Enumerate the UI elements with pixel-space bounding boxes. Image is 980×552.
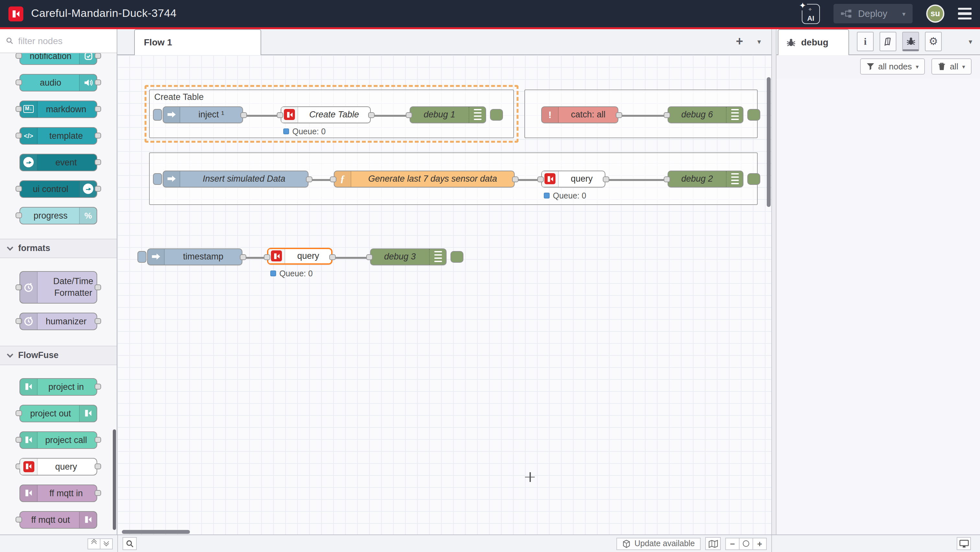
palette-node-template[interactable]: </> template: [19, 127, 97, 144]
inject-button[interactable]: [137, 251, 146, 262]
debug-toggle-button[interactable]: [490, 108, 503, 120]
user-avatar[interactable]: su: [926, 5, 944, 23]
deploy-caret-icon[interactable]: ▾: [902, 10, 905, 17]
input-port[interactable]: [664, 112, 670, 118]
palette-section-flowfuse[interactable]: FlowFuse: [0, 345, 117, 365]
wire[interactable]: [246, 115, 278, 117]
flowfuse-icon: [20, 378, 38, 395]
node-debug-2[interactable]: debug 2: [668, 170, 743, 187]
wire[interactable]: [310, 179, 331, 181]
output-port[interactable]: [512, 176, 519, 182]
node-query-selected[interactable]: query: [267, 247, 332, 264]
wire[interactable]: [245, 257, 264, 259]
debug-toggle-button[interactable]: [747, 173, 760, 185]
tab-flow-1[interactable]: Flow 1: [134, 29, 261, 55]
palette-search-placeholder: filter nodes: [18, 35, 62, 46]
palette-node-humanizer[interactable]: humanizer: [19, 312, 97, 330]
node-generate-sensor-data[interactable]: ƒ Generate last 7 days sensor data: [334, 170, 515, 187]
palette-node-project-call[interactable]: project call: [19, 431, 97, 448]
output-port[interactable]: [240, 112, 247, 118]
palette-node-event[interactable]: event: [19, 153, 97, 171]
node-debug-1[interactable]: debug 1: [410, 106, 486, 123]
palette-node-audio[interactable]: audio: [19, 73, 97, 91]
palette-collapse-all-button[interactable]: [88, 538, 100, 549]
output-port[interactable]: [603, 176, 609, 182]
output-port[interactable]: [368, 112, 375, 118]
palette-section-formats[interactable]: formats: [0, 238, 117, 258]
update-available-button[interactable]: Update available: [616, 538, 701, 550]
input-port[interactable]: [537, 176, 544, 182]
output-port[interactable]: [616, 112, 622, 118]
deploy-button[interactable]: Deploy ▾: [834, 4, 913, 23]
output-port[interactable]: [329, 254, 336, 260]
config-tab-button[interactable]: ⚙: [925, 32, 942, 51]
add-flow-button[interactable]: +: [733, 34, 746, 49]
input-port[interactable]: [366, 254, 373, 260]
node-catch-all[interactable]: ! catch: all: [541, 106, 618, 123]
palette-search[interactable]: filter nodes: [0, 29, 117, 53]
input-port[interactable]: [277, 112, 283, 118]
canvas-vertical-scrollbar[interactable]: [767, 77, 771, 207]
sidebar-splitter[interactable]: [771, 29, 776, 534]
book-icon: [883, 36, 893, 47]
node-query-middle[interactable]: query: [541, 170, 605, 187]
zoom-reset-button[interactable]: [739, 538, 753, 550]
info-tab-button[interactable]: i: [857, 32, 874, 51]
help-tab-button[interactable]: [880, 32, 896, 51]
input-port[interactable]: [664, 176, 670, 182]
output-port[interactable]: [240, 254, 246, 260]
node-create-table-query[interactable]: Create Table: [281, 106, 371, 123]
flowfuse-editor: Careful-Mandarin-Duck-3744 ✦ ✧ AI Deploy…: [0, 0, 980, 552]
palette-expand-all-button[interactable]: [100, 538, 113, 549]
palette-node-progress[interactable]: progress %: [19, 207, 97, 224]
inject-button[interactable]: [153, 173, 162, 185]
node-inject-1[interactable]: inject ¹: [163, 106, 243, 123]
debug-clear-button[interactable]: all ▾: [932, 58, 972, 75]
input-port[interactable]: [264, 254, 270, 260]
tab-debug[interactable]: debug: [778, 29, 849, 55]
minimap-button[interactable]: [705, 537, 721, 550]
node-debug-6[interactable]: debug 6: [668, 106, 743, 123]
open-dashboard-button[interactable]: [957, 537, 971, 550]
ai-assistant-icon[interactable]: ✦ ✧ AI: [802, 3, 820, 24]
canvas-horizontal-scrollbar[interactable]: [122, 530, 190, 534]
flow-canvas[interactable]: Create Table inject ¹: [117, 55, 771, 534]
palette-node-notification[interactable]: notification: [19, 53, 97, 65]
flowfuse-red-icon: [542, 171, 559, 187]
palette-scrollbar[interactable]: [113, 429, 116, 530]
input-port[interactable]: [406, 112, 412, 118]
node-insert-simulated-data[interactable]: Insert simulated Data: [163, 170, 309, 187]
debug-toggle-button[interactable]: [450, 251, 463, 262]
input-port[interactable]: [330, 176, 336, 182]
zoom-in-button[interactable]: +: [752, 538, 767, 550]
palette-node-ff-mqtt-out[interactable]: ff mqtt out: [19, 511, 97, 528]
debug-message-list[interactable]: [776, 78, 980, 534]
palette-node-ff-mqtt-in[interactable]: ff mqtt in: [19, 484, 97, 502]
zoom-out-button[interactable]: −: [725, 538, 740, 550]
flowfuse-logo-icon[interactable]: [8, 6, 23, 21]
output-port[interactable]: [306, 176, 312, 182]
node-timestamp[interactable]: timestamp: [147, 248, 242, 265]
wire[interactable]: [335, 257, 368, 259]
footer-bar: Update available − +: [0, 534, 980, 552]
sidebar-caret-icon[interactable]: ▾: [969, 37, 972, 46]
node-debug-3[interactable]: debug 3: [370, 248, 447, 265]
debug-toggle-button[interactable]: [747, 108, 760, 120]
palette-node-markdown[interactable]: M↓ markdown: [19, 100, 97, 118]
wire[interactable]: [373, 115, 407, 117]
palette-node-datetime-formatter[interactable]: Date/Time Formatter: [19, 271, 97, 303]
palette-node-query[interactable]: query: [19, 458, 97, 475]
filter-funnel-icon: [867, 62, 874, 70]
inject-button[interactable]: [153, 108, 162, 120]
tab-list-caret-icon[interactable]: ▾: [757, 37, 761, 46]
wire[interactable]: [607, 179, 664, 181]
hamburger-menu-icon[interactable]: [958, 8, 972, 19]
canvas-search-button[interactable]: [123, 537, 137, 550]
wire[interactable]: [621, 115, 665, 117]
wire[interactable]: [517, 179, 538, 181]
palette-node-project-out[interactable]: project out: [19, 404, 97, 422]
debug-tab-button[interactable]: [902, 32, 919, 51]
palette-node-ui-control[interactable]: ui control: [19, 180, 97, 198]
debug-filter-button[interactable]: all nodes ▾: [860, 58, 925, 75]
palette-node-project-in[interactable]: project in: [19, 378, 97, 396]
